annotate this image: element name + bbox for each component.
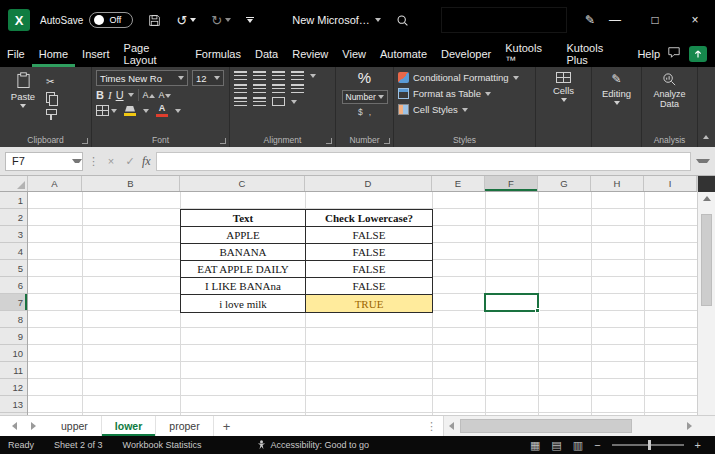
workbook-statistics-button[interactable]: Workbook Statistics [123,440,202,450]
collapse-ribbon-icon[interactable] [703,125,709,143]
align-left-icon[interactable] [234,84,247,93]
shrink-font-button[interactable]: A [159,90,171,100]
fill-color-button[interactable] [124,106,136,116]
draw-pen-icon[interactable]: ✎ [585,13,595,27]
maximize-button[interactable]: □ [635,0,675,40]
cells-button[interactable]: Cells [553,85,574,96]
page-break-view-icon[interactable]: ▥ [573,439,583,452]
font-size-combo[interactable]: 12 [192,70,224,86]
column-header-b[interactable]: B [82,176,180,191]
row-header-3[interactable]: 3 [0,226,27,243]
cell-c5[interactable]: EAT APPLE DAILY [181,261,306,277]
borders-button[interactable] [96,105,117,116]
selected-cell-f7[interactable] [484,293,539,312]
tab-review[interactable]: Review [285,40,335,67]
cut-button[interactable]: ✂ [46,75,57,87]
cancel-button[interactable]: × [104,155,118,167]
cell-d6[interactable]: FALSE [306,278,432,294]
horizontal-scroll-thumb[interactable] [460,419,632,433]
cell-c7[interactable]: i love milk [181,295,306,312]
sheet-tab-scroll-left-icon[interactable] [12,422,17,430]
scroll-up-icon[interactable] [703,196,711,201]
format-painter-button[interactable] [46,109,57,121]
row-header-9[interactable]: 9 [0,328,27,345]
tab-home[interactable]: Home [32,40,75,67]
comments-button[interactable] [667,45,681,63]
select-all-corner[interactable] [0,176,28,191]
tab-automate[interactable]: Automate [373,40,434,67]
vertical-scroll-thumb[interactable] [701,214,712,306]
wrap-text-icon[interactable] [291,84,304,93]
copy-button[interactable] [46,92,57,104]
enter-button[interactable]: ✓ [123,155,137,168]
scrollbar-split-box[interactable] [698,176,715,192]
cell-d7-highlighted[interactable]: TRUE [306,295,432,312]
conditional-formatting-button[interactable]: Conditional Formatting [398,72,531,83]
undo-button[interactable]: ↺ [176,13,196,28]
cell-d4[interactable]: FALSE [306,244,432,260]
alignment-dialog-launcher-icon[interactable] [326,138,332,144]
scroll-left-icon[interactable] [449,422,454,430]
row-header-6[interactable]: 6 [0,277,27,294]
cell-c3[interactable]: APPLE [181,227,306,243]
underline-button[interactable]: U [116,89,124,101]
horizontal-scrollbar[interactable] [443,416,697,436]
cells-grid[interactable]: Text Check Lowercase? APPLE FALSE BANANA… [28,192,697,415]
vertical-scrollbar[interactable] [697,176,715,415]
row-header-5[interactable]: 5 [0,260,27,277]
cell-c6[interactable]: I LIKE BANAna [181,278,306,294]
zoom-slider[interactable] [612,444,684,446]
column-header-e[interactable]: E [432,176,485,191]
decrease-indent-icon[interactable] [234,97,247,106]
excel-logo-icon[interactable]: X [8,9,30,31]
sheet-tab-upper[interactable]: upper [48,416,102,436]
analyze-data-button[interactable]: Analyze Data [646,89,693,110]
tab-file[interactable]: File [0,40,32,67]
italic-button[interactable]: I [108,89,112,101]
column-header-f[interactable]: F [485,176,538,191]
name-box-chevron-icon[interactable] [72,159,82,163]
row-header-8[interactable]: 8 [0,311,27,328]
new-sheet-button[interactable]: + [214,416,240,436]
column-header-g[interactable]: G [538,176,591,191]
accessibility-status[interactable]: Accessibility: Good to go [257,440,369,450]
column-header-i[interactable]: I [644,176,697,191]
normal-view-icon[interactable]: ▦ [530,439,540,452]
zoom-out-button[interactable]: − [594,439,600,451]
share-button[interactable] [689,46,707,62]
row-header-12[interactable]: 12 [0,379,27,396]
formula-bar-splitter[interactable]: ⋮ [88,155,99,168]
align-bottom-icon[interactable] [272,71,285,80]
customize-quick-access-toolbar-button[interactable] [246,17,254,23]
tab-data[interactable]: Data [248,40,285,67]
tab-insert[interactable]: Insert [75,40,117,67]
sheet-tab-proper[interactable]: proper [156,416,213,436]
cell-c4[interactable]: BANANA [181,244,306,260]
tab-help[interactable]: Help [630,40,667,67]
row-header-13[interactable]: 13 [0,396,27,413]
search-button[interactable] [396,14,409,27]
percent-style-button[interactable]: % [358,70,371,87]
align-center-icon[interactable] [253,84,266,93]
cell-d5[interactable]: FALSE [306,261,432,277]
align-right-icon[interactable] [272,84,285,93]
name-box[interactable]: F7 [5,152,83,171]
number-dialog-launcher-icon[interactable] [384,138,390,144]
window-title[interactable]: New Microsof… [292,14,381,26]
insert-function-button[interactable]: fx [142,154,151,169]
currency-format-button[interactable]: $ [358,107,363,117]
column-header-c[interactable]: C [180,176,305,191]
comma-style-button[interactable]: , [369,107,371,117]
editing-button[interactable]: Editing [602,88,631,99]
fill-handle[interactable] [535,308,540,313]
sheet-tab-scroll-right-icon[interactable] [31,422,36,430]
tab-formulas[interactable]: Formulas [188,40,248,67]
column-header-h[interactable]: H [591,176,644,191]
tab-kutools[interactable]: Kutools ™ [498,40,559,67]
sheet-tab-lower[interactable]: lower [102,416,156,436]
tab-developer[interactable]: Developer [434,40,498,67]
row-header-1[interactable]: 1 [0,192,27,209]
cell-d2[interactable]: Check Lowercase? [306,210,432,226]
bold-button[interactable]: B [96,89,104,101]
column-header-a[interactable]: A [28,176,82,191]
